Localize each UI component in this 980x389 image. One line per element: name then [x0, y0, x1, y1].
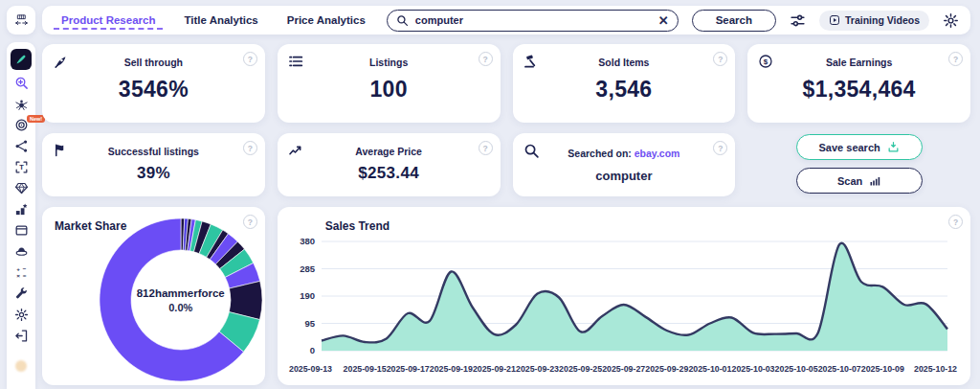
- sidebar-item-podium-star[interactable]: [11, 201, 31, 217]
- svg-text:2025-09-29: 2025-09-29: [645, 364, 688, 374]
- play-video-icon: [829, 14, 840, 26]
- stat-card-listings: Listings 100 ?: [278, 44, 501, 123]
- stat-value: 39%: [137, 164, 170, 183]
- search-icon: [396, 14, 409, 27]
- sidebar-item-search-plus[interactable]: [11, 75, 31, 91]
- stat-value: $253.44: [358, 164, 419, 183]
- svg-text:2025-10-03: 2025-10-03: [731, 364, 774, 374]
- svg-text:2025-09-17: 2025-09-17: [386, 364, 429, 374]
- svg-text:2025-09-25: 2025-09-25: [559, 364, 602, 374]
- stat-label: Sold Items: [598, 57, 649, 68]
- tab-title-analytics[interactable]: Title Analytics: [176, 11, 265, 30]
- training-videos-label: Training Videos: [845, 14, 920, 26]
- title-frame-icon: T: [14, 160, 29, 174]
- help-icon[interactable]: ?: [948, 215, 963, 229]
- sidebar-item-spy[interactable]: [11, 243, 31, 260]
- searched-site[interactable]: ebay.com: [635, 148, 680, 159]
- sidebar-item-target[interactable]: New!: [11, 117, 31, 133]
- top-navigation-bar: Product Research Title Analytics Price A…: [42, 6, 970, 34]
- filters-icon[interactable]: [790, 12, 806, 29]
- signal-bars-icon: [869, 175, 880, 187]
- svg-text:285: 285: [300, 263, 316, 274]
- stat-card-sale-earnings: $ Sale Earnings $1,354,464 ?: [747, 44, 970, 123]
- help-icon[interactable]: ?: [479, 52, 493, 66]
- stat-label: Listings: [369, 57, 408, 68]
- trend-up-icon: [288, 143, 303, 158]
- help-icon[interactable]: ?: [948, 52, 963, 66]
- gavel-icon: [523, 54, 539, 69]
- sidebar-item-logout[interactable]: [11, 328, 31, 344]
- sidebar-item-spider[interactable]: [11, 96, 31, 112]
- dollar-icon: $: [758, 54, 773, 69]
- svg-text:−: −: [22, 265, 26, 272]
- action-buttons: Save search Scan: [747, 133, 970, 196]
- svg-text:+: +: [16, 265, 20, 272]
- logout-icon: [14, 329, 29, 343]
- svg-text:×: ×: [16, 272, 20, 279]
- stat-card-sold-items: Sold Items 3,546 ?: [513, 44, 736, 123]
- help-icon[interactable]: ?: [243, 52, 257, 66]
- sidebar-item-calculator[interactable]: +−×=: [11, 264, 31, 281]
- tab-price-analytics[interactable]: Price Analytics: [279, 11, 373, 30]
- stat-label: Sale Earnings: [826, 57, 892, 68]
- svg-text:2025-10-07: 2025-10-07: [817, 364, 860, 374]
- sidebar-item-pen-tool[interactable]: [11, 49, 32, 70]
- sidebar-item-diamond[interactable]: [11, 180, 31, 196]
- search-value: computer: [415, 14, 652, 26]
- svg-text:2025-10-01: 2025-10-01: [688, 364, 731, 374]
- search-plus-icon: [14, 76, 29, 90]
- sales-trend-title: Sales Trend: [325, 219, 390, 233]
- calculator-icon: +−×=: [14, 265, 29, 280]
- market-share-donut[interactable]: 812hammerforce 0.0%: [97, 216, 265, 384]
- clear-search-icon[interactable]: ✕: [658, 14, 669, 27]
- svg-text:2025-09-19: 2025-09-19: [430, 364, 473, 374]
- help-icon[interactable]: ?: [479, 141, 493, 155]
- save-search-button[interactable]: Save search: [796, 134, 923, 160]
- sidebar-item-network[interactable]: [11, 138, 31, 154]
- help-icon[interactable]: ?: [713, 52, 727, 66]
- diamond-icon: [14, 181, 29, 195]
- spider-icon: [14, 97, 29, 111]
- svg-text:$: $: [764, 57, 768, 66]
- search-input[interactable]: computer ✕: [387, 10, 679, 32]
- sales-trend-chart[interactable]: 0951902853802025-09-132025-09-152025-09-…: [283, 232, 959, 379]
- collapse-horizontal-icon: [14, 13, 29, 28]
- sidebar-item-title-frame[interactable]: T: [11, 159, 31, 175]
- help-icon[interactable]: ?: [243, 141, 257, 155]
- market-share-card: Market Share ? 812hammerforce 0.0%: [42, 207, 265, 385]
- svg-text:2025-10-09: 2025-10-09: [861, 364, 904, 374]
- sidebar-item-wrench[interactable]: [11, 286, 31, 302]
- stat-label: Successful listings: [108, 146, 199, 157]
- stat-label: Sell through: [124, 57, 183, 68]
- sidebar-item-window-box[interactable]: [11, 222, 31, 239]
- pen-tool-icon: [14, 53, 28, 66]
- notification-dot: [15, 360, 27, 372]
- help-icon[interactable]: ?: [713, 141, 727, 155]
- search-button[interactable]: Search: [692, 10, 776, 32]
- sidebar-collapse-button[interactable]: [7, 6, 35, 34]
- stat-label: Average Price: [355, 146, 422, 157]
- sidebar-item-gear[interactable]: [11, 307, 31, 323]
- scan-button[interactable]: Scan: [796, 168, 923, 194]
- window-box-icon: [14, 223, 29, 238]
- spy-icon: [14, 244, 29, 259]
- stat-value: 3546%: [119, 77, 189, 103]
- rocket-icon: [53, 54, 69, 70]
- searched-on-card: Searched on: ebay.com computer ?: [513, 133, 736, 196]
- svg-text:2025-10-12: 2025-10-12: [914, 364, 957, 374]
- svg-text:2025-09-21: 2025-09-21: [473, 364, 516, 374]
- svg-text:2025-09-13: 2025-09-13: [289, 364, 332, 374]
- magnifier-icon: [523, 143, 540, 159]
- training-videos-button[interactable]: Training Videos: [819, 11, 929, 31]
- save-search-label: Save search: [819, 142, 880, 153]
- svg-text:380: 380: [300, 236, 315, 246]
- svg-text:2025-10-05: 2025-10-05: [774, 364, 817, 374]
- stat-value: 100: [369, 77, 407, 103]
- settings-gear-icon[interactable]: [943, 12, 959, 29]
- svg-text:95: 95: [304, 318, 315, 329]
- svg-text:T: T: [19, 163, 24, 172]
- stat-card-average-price: Average Price $253.44 ?: [278, 133, 501, 196]
- tab-product-research[interactable]: Product Research: [54, 11, 163, 30]
- searched-term: computer: [595, 169, 652, 183]
- stat-card-sell-through: Sell through 3546% ?: [42, 44, 265, 123]
